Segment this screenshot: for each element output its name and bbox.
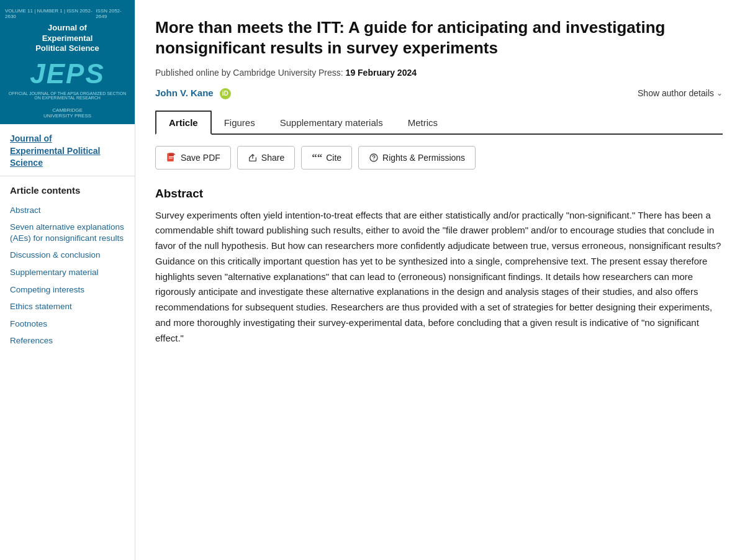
- share-button[interactable]: Share: [237, 146, 295, 169]
- published-date: 19 February 2024: [346, 68, 417, 78]
- sidebar-nav-item-competing[interactable]: Competing interests: [10, 281, 125, 299]
- cite-icon: ““: [312, 151, 322, 164]
- svg-point-3: [373, 160, 374, 160]
- article-contents-nav: AbstractSeven alternative explanations (…: [10, 202, 125, 350]
- svg-rect-1: [169, 153, 174, 156]
- sidebar-nav-item-supp-material[interactable]: Supplementary material: [10, 264, 125, 281]
- sidebar-nav-item-discussion[interactable]: Discussion & conclusion: [10, 246, 125, 264]
- sidebar: VOLUME 11 | NUMBER 1 | ISSN 2052-2630 IS…: [0, 0, 135, 560]
- author-row: John V. Kane iD Show author details ⌄: [155, 88, 723, 99]
- journal-link[interactable]: Journal of Experimental Political Scienc…: [10, 133, 125, 169]
- sidebar-nav-item-references[interactable]: References: [10, 332, 125, 350]
- abstract-text: Survey experiments often yield intention…: [155, 208, 723, 346]
- sidebar-nav-item-ethics[interactable]: Ethics statement: [10, 298, 125, 315]
- published-prefix: Published online by Cambridge University…: [155, 68, 343, 78]
- show-author-details-link[interactable]: Show author details ⌄: [638, 88, 723, 98]
- show-author-details-label: Show author details: [638, 88, 714, 98]
- journal-cover: VOLUME 11 | NUMBER 1 | ISSN 2052-2630 IS…: [0, 0, 135, 124]
- cover-journal-name: Journal of Experimental Political Scienc…: [35, 23, 99, 55]
- cite-button-label: Cite: [326, 153, 341, 163]
- orcid-badge[interactable]: iD: [220, 88, 231, 99]
- rights-icon: [369, 152, 379, 163]
- chevron-down-icon: ⌄: [716, 89, 723, 97]
- pdf-icon: [166, 151, 177, 163]
- sidebar-nav-item-footnotes[interactable]: Footnotes: [10, 315, 125, 333]
- share-icon: [248, 152, 258, 163]
- author-info: John V. Kane iD: [155, 88, 231, 99]
- tab-article[interactable]: Article: [155, 111, 212, 135]
- abstract-section: Abstract Survey experiments often yield …: [155, 187, 723, 346]
- article-contents-title: Article contents: [10, 185, 125, 196]
- tab-metrics[interactable]: Metrics: [395, 111, 450, 135]
- cover-issn-online: ISSN 2052-2649: [96, 8, 130, 19]
- main-content: More than meets the ITT: A guide for ant…: [135, 0, 745, 560]
- pdf-button[interactable]: Save PDF: [155, 146, 231, 169]
- tab-supplementary-materials[interactable]: Supplementary materials: [268, 111, 395, 135]
- cover-volume-info: VOLUME 11 | NUMBER 1 | ISSN 2052-2630: [5, 8, 96, 19]
- share-button-label: Share: [261, 153, 284, 163]
- sidebar-nav-item-abstract[interactable]: Abstract: [10, 202, 125, 219]
- cite-button[interactable]: ““Cite: [301, 146, 352, 169]
- tab-figures[interactable]: Figures: [212, 111, 268, 135]
- rights-button[interactable]: Rights & Permissions: [358, 146, 476, 169]
- abstract-title: Abstract: [155, 187, 723, 201]
- article-contents-section: Article contents AbstractSeven alternati…: [0, 176, 135, 353]
- cambridge-press-logo: CAMBRIDGE UNIVERSITY PRESS: [43, 107, 91, 119]
- sidebar-journal-link-section: Journal of Experimental Political Scienc…: [0, 124, 135, 176]
- published-line: Published online by Cambridge University…: [155, 68, 723, 78]
- rights-button-label: Rights & Permissions: [382, 153, 465, 163]
- article-title: More than meets the ITT: A guide for ant…: [155, 17, 723, 59]
- jeps-logo: JEPS: [30, 60, 105, 88]
- author-name-link[interactable]: John V. Kane: [155, 88, 214, 98]
- tabs-bar: ArticleFiguresSupplementary materialsMet…: [155, 111, 723, 135]
- cover-top-bar: VOLUME 11 | NUMBER 1 | ISSN 2052-2630 IS…: [5, 8, 130, 19]
- action-buttons: Save PDFShare““CiteRights & Permissions: [155, 146, 723, 169]
- sidebar-nav-item-seven-ae[interactable]: Seven alternative explanations (AEs) for…: [10, 219, 125, 246]
- cover-subtitle: OFFICIAL JOURNAL OF THE APSA ORGANIZED S…: [5, 91, 130, 100]
- pdf-button-label: Save PDF: [181, 153, 220, 163]
